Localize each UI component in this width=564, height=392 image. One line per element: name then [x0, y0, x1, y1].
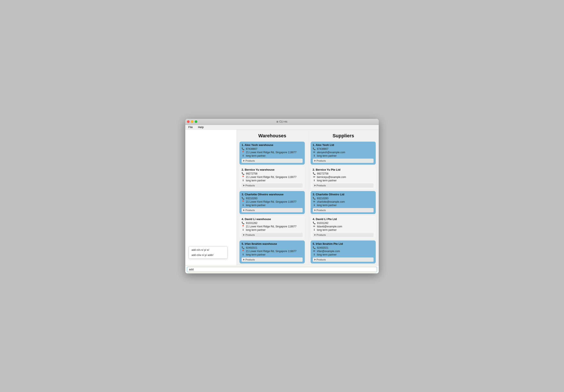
warehouse-phone-row: 📞 87438807 [242, 147, 303, 150]
warehouse-products-btn-4[interactable]: Products [242, 233, 303, 237]
warehouse-products-btn-5[interactable]: Products [242, 257, 303, 262]
warehouse-name: 2. Bernice Yu warehouse [242, 168, 303, 171]
email-icon: ✉ [313, 151, 316, 154]
supplier-products-btn-3[interactable]: Products [313, 208, 374, 212]
warehouse-address-row: 📍 21 Lower Kent Ridge Rd, Singapore 1190… [242, 250, 303, 253]
supplier-phone-row: 📞 93210283 [313, 197, 374, 200]
products-label: Products [245, 209, 255, 211]
supplier-phone-row: 📞 87438807 [313, 147, 374, 150]
supplier-name: 2. Bernice Yu Pte Ltd [313, 168, 374, 171]
warehouse-phone-row: 📞 93210283 [242, 197, 303, 200]
phone-icon: 📞 [242, 197, 245, 200]
supplier-name: 5. Irfan Ibrahim Pte Ltd [313, 242, 374, 245]
warehouse-card-5: 5. Irfan Ibrahim warehouse 📞 92492021 📍 … [240, 240, 305, 264]
maximize-button[interactable] [195, 120, 197, 123]
suppliers-column: Suppliers 1. Alex Yeoh Ltd 📞 87438807 ✉ … [308, 130, 379, 265]
products-label: Products [317, 234, 326, 236]
supplier-card-1: 1. Alex Yeoh Ltd 📞 87438807 ✉ alexyeoh@e… [310, 142, 376, 165]
products-label: Products [245, 184, 255, 187]
autocomplete-item-1[interactable]: add ct/w n/ p/ addr/ [189, 252, 227, 258]
supplier-phone-row: 📞 91031282 [313, 222, 374, 224]
warehouse-products-btn-1[interactable]: Products [242, 159, 303, 163]
products-label: Products [245, 234, 255, 236]
products-label: Products [317, 184, 326, 187]
supplier-name: 1. Alex Yeoh Ltd [313, 143, 374, 147]
warehouse-phone: 91031282 [246, 222, 257, 224]
command-input[interactable] [187, 267, 377, 272]
suppliers-title: Suppliers [310, 133, 376, 139]
warehouses-list[interactable]: 1. Alex Yeoh warehouse 📞 87438807 📍 21 L… [240, 142, 305, 265]
warehouse-phone: 99272758 [246, 172, 257, 175]
supplier-email: charlotte@example.com [317, 200, 345, 203]
triangle-icon [314, 160, 316, 162]
autocomplete-item-0[interactable]: add ct/s n/ p/ e/ [189, 247, 227, 252]
app-window: ⊞ CLI-nic File Help add ct/s n/ p/ e/ ad… [185, 119, 379, 273]
triangle-icon [243, 185, 245, 186]
supplier-name: 4. David Li Pte Ltd [313, 218, 374, 221]
triangle-icon [314, 209, 316, 211]
info-icon: ℹ [313, 228, 316, 231]
warehouse-address: 21 Lower Kent Ridge Rd, Singapore 119077 [246, 176, 297, 179]
warehouse-note: long term partner [246, 154, 266, 157]
phone-icon: 📞 [242, 172, 245, 175]
supplier-phone-row: 📞 92492021 [313, 246, 374, 249]
supplier-email-row: ✉ irfan@example.com [313, 250, 374, 253]
info-icon: ℹ [242, 228, 245, 231]
supplier-email-row: ✉ alexyeoh@example.com [313, 151, 374, 154]
warehouse-phone: 87438807 [246, 147, 257, 150]
supplier-email-row: ✉ lidavid@example.com [313, 225, 374, 228]
location-icon: 📍 [242, 151, 245, 154]
info-icon: ℹ [313, 204, 316, 207]
supplier-phone: 91031282 [317, 222, 328, 224]
supplier-products-btn-4[interactable]: Products [313, 233, 374, 237]
warehouse-phone-row: 📞 99272758 [242, 172, 303, 175]
supplier-products-btn-1[interactable]: Products [313, 159, 374, 163]
warehouse-phone: 93210283 [246, 197, 257, 200]
warehouse-address-row: 📍 21 Lower Kent Ridge Rd, Singapore 1190… [242, 151, 303, 154]
triangle-icon [314, 185, 316, 186]
warehouse-note-row: ℹ long term partner [242, 154, 303, 157]
phone-icon: 📞 [242, 246, 245, 249]
minimize-button[interactable] [191, 120, 194, 123]
products-label: Products [317, 209, 326, 211]
supplier-products-btn-2[interactable]: Products [313, 183, 374, 188]
supplier-card-5: 5. Irfan Ibrahim Pte Ltd 📞 92492021 ✉ ir… [310, 240, 376, 264]
warehouse-phone: 92492021 [246, 246, 257, 249]
location-icon: 📍 [242, 225, 245, 228]
supplier-email: alexyeoh@example.com [317, 151, 345, 154]
warehouse-note-row: ℹ long term partner [242, 228, 303, 231]
warehouse-products-btn-2[interactable]: Products [242, 183, 303, 188]
warehouse-name: 5. Irfan Ibrahim warehouse [242, 242, 303, 245]
supplier-phone-row: 📞 99272758 [313, 172, 374, 175]
window-title: ⊞ CLI-nic [276, 120, 287, 123]
supplier-phone: 87438807 [317, 147, 328, 150]
warehouse-products-btn-3[interactable]: Products [242, 208, 303, 212]
warehouse-note-row: ℹ long term partner [242, 204, 303, 207]
supplier-email-row: ✉ charlotte@example.com [313, 200, 374, 203]
terminal-icon: ⊞ [276, 120, 278, 123]
supplier-phone: 93210283 [317, 197, 328, 200]
warehouses-column: Warehouses 1. Alex Yeoh warehouse 📞 8743… [237, 130, 308, 265]
phone-icon: 📞 [242, 147, 245, 150]
info-icon: ℹ [242, 179, 245, 182]
phone-icon: 📞 [313, 147, 316, 150]
supplier-email-row: ✉ berniceyu@example.com [313, 176, 374, 179]
close-button[interactable] [187, 120, 190, 123]
products-label: Products [317, 258, 326, 261]
menu-help[interactable]: Help [197, 125, 205, 129]
location-icon: 📍 [242, 176, 245, 178]
supplier-note-row: ℹ long term partner [313, 179, 374, 182]
supplier-phone: 99272758 [317, 172, 328, 175]
warehouse-note: long term partner [246, 179, 266, 182]
triangle-icon [243, 209, 245, 211]
autocomplete-popup: add ct/s n/ p/ e/ add ct/w n/ p/ addr/ [189, 246, 227, 259]
triangle-icon [243, 160, 245, 162]
warehouse-card-2: 2. Bernice Yu warehouse 📞 99272758 📍 21 … [240, 166, 305, 189]
suppliers-list[interactable]: 1. Alex Yeoh Ltd 📞 87438807 ✉ alexyeoh@e… [310, 142, 376, 265]
menu-file[interactable]: File [187, 125, 194, 129]
supplier-note-row: ℹ long term partner [313, 228, 374, 231]
supplier-products-btn-5[interactable]: Products [313, 257, 374, 262]
warehouse-phone-row: 📞 92492021 [242, 246, 303, 249]
phone-icon: 📞 [242, 222, 245, 224]
warehouse-address: 21 Lower Kent Ridge Rd, Singapore 119077 [246, 151, 297, 154]
